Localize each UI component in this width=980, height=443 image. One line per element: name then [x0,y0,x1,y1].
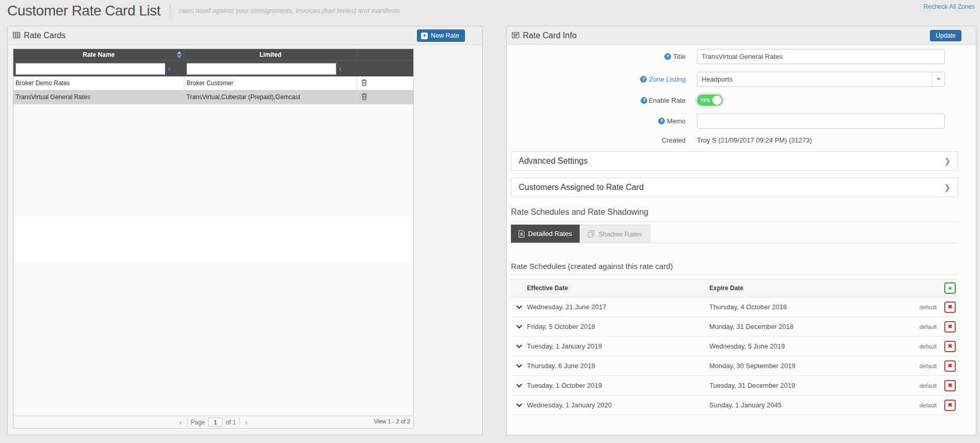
view-range-label: View 1 - 2 of 2 [374,418,410,424]
page-label: Page [191,419,205,426]
created-label: Created [511,136,697,144]
rate-card-info-panel: Rate Card Info Update ? Title ? Zone Lis… [506,26,976,435]
expand-chevron-icon[interactable] [511,305,527,309]
enable-rate-toggle[interactable]: YES [697,94,723,106]
question-icon[interactable]: ? [641,97,647,104]
rate-name-cell: Broker Demo Rates [13,76,184,90]
limited-cell: Broker Customer [184,76,357,90]
zone-listing-value: Headports [702,75,733,83]
created-value: Troy S (21/09/2017 09:24 PM) (31273) [697,136,812,144]
expire-date-cell: Wednesday, 5 June 2019 [709,342,918,350]
delete-schedule-button[interactable]: ✖ [944,321,956,333]
question-icon[interactable]: ? [658,118,665,124]
expand-chevron-icon[interactable] [511,403,527,407]
default-tag: default [918,402,942,408]
advanced-settings-accordion[interactable]: Advanced Settings ❯ [511,151,958,171]
chevron-right-icon: ❯ [944,156,951,166]
grid-pager: ‹ Page of 1 › View 1 - 2 of 2 [13,416,413,428]
update-button[interactable]: Update [930,30,961,41]
trash-icon [361,93,367,100]
memo-label: ? Memo [511,117,697,125]
expand-chevron-icon[interactable] [511,384,527,388]
question-icon[interactable]: ? [664,53,671,60]
plus-icon: + [421,33,428,39]
expire-date-cell: Monday, 31 December 2018 [709,323,918,330]
copy-icon [588,230,595,238]
rate-card-row[interactable]: TransVirtual General Rates TransVirtual,… [13,90,413,104]
page-number-input[interactable] [208,418,223,426]
chevron-down-icon [932,72,944,86]
zone-listing-select[interactable]: Headports [697,72,945,87]
effective-date-cell: Tuesday, 1 October 2019 [527,382,709,389]
page-of-label: of 1 [226,419,236,426]
limited-cell: TransVirtual,Cubestar (Prepaid),Gemcast [184,90,357,104]
expire-date-cell: Tuesday, 31 December 2019 [709,382,918,389]
effective-date-cell: Wednesday, 1 January 2020 [527,401,709,409]
tab-shadow-rates[interactable]: Shadow Rates [580,225,650,243]
new-rate-button[interactable]: + New Rate [417,29,465,42]
expand-chevron-icon[interactable] [511,344,527,349]
delete-rate-card-button[interactable] [360,78,368,89]
grid-header-row: Rate Name Limited [13,49,413,60]
customers-assigned-accordion[interactable]: Customers Assigned to Rate Card ❯ [511,178,958,197]
title-divider [170,4,170,18]
tab-detailed-rates[interactable]: Detailed Rates [511,225,580,243]
default-tag: default [918,363,942,369]
trash-icon [361,79,367,86]
limited-filter-clear-icon[interactable]: x [339,66,342,72]
sort-icon[interactable] [177,51,182,58]
rate-card-info-panel-header: Rate Card Info Update [507,26,976,45]
schedule-row: Thursday, 6 June 2019 Monday, 30 Septemb… [511,356,958,376]
schedules-header-row: Effective Date Expire Date + [511,279,958,297]
expand-chevron-icon[interactable] [511,325,527,329]
column-header-rate-name[interactable]: Rate Name [13,49,184,60]
effective-date-header: Effective Date [527,284,709,292]
enable-rate-label: ? Enable Rate [511,97,697,104]
form-card-icon [512,31,519,40]
rate-cards-panel-header: Rate Cards + New Rate [8,26,482,45]
page-subtitle: rates used against your consignments, in… [179,0,400,22]
delete-schedule-button[interactable]: ✖ [944,341,956,352]
default-tag: default [918,304,942,310]
rate-name-filter-input[interactable] [15,63,165,75]
rate-name-filter-clear-icon[interactable]: x [168,66,171,72]
title-input[interactable] [697,49,945,64]
schedule-row: Wednesday, 1 January 2020 Sunday, 1 Janu… [511,395,958,415]
effective-date-cell: Tuesday, 1 January 2019 [527,342,709,350]
schedules-subheading: Rate Schedules (created against this rat… [511,262,958,275]
delete-schedule-button[interactable]: ✖ [944,380,956,391]
question-icon[interactable]: ? [640,76,647,83]
rate-card-row[interactable]: Broker Demo Rates Broker Customer [13,76,413,90]
expire-date-cell: Thursday, 4 October 2018 [709,303,918,311]
expire-date-cell: Sunday, 1 January 2045 [709,401,918,409]
default-tag: default [918,324,942,330]
document-icon [519,230,524,238]
memo-input[interactable] [697,114,945,129]
schedule-row: Friday, 5 October 2018 Monday, 31 Decemb… [511,317,958,337]
default-tag: default [918,383,942,389]
toggle-state-label: YES [701,98,710,103]
recheck-all-zones-link[interactable]: Recheck All Zones [924,3,975,10]
next-page-icon[interactable]: › [243,417,250,428]
delete-rate-card-button[interactable] [360,92,368,103]
add-schedule-button[interactable]: + [944,282,956,294]
expire-date-cell: Monday, 30 September 2019 [709,362,918,370]
effective-date-cell: Friday, 5 October 2018 [527,323,709,330]
grid-filter-row: x x [13,60,413,76]
schedule-row: Tuesday, 1 January 2019 Wednesday, 5 Jun… [511,337,958,356]
delete-schedule-button[interactable]: ✖ [944,302,956,313]
column-header-limited: Limited [184,49,357,60]
page-header: Customer Rate Card List rates used again… [7,0,975,22]
grid-empty-area [13,104,413,416]
prev-page-icon[interactable]: ‹ [177,417,184,428]
page-title: Customer Rate Card List [7,0,161,22]
rate-card-info-title: Rate Card Info [523,31,577,40]
rate-cards-grid: Rate Name Limited x x Broker Demo Rates … [13,49,414,429]
expand-chevron-icon[interactable] [511,364,527,368]
delete-schedule-button[interactable]: ✖ [944,360,956,372]
limited-filter-input[interactable] [186,63,336,75]
delete-schedule-button[interactable]: ✖ [944,400,956,411]
zone-listing-label[interactable]: ? Zone Listing [511,75,697,83]
rate-schedules-table: Effective Date Expire Date + Wednesday, … [511,279,958,415]
schedules-tabs: Detailed Rates Shadow Rates [511,225,958,243]
